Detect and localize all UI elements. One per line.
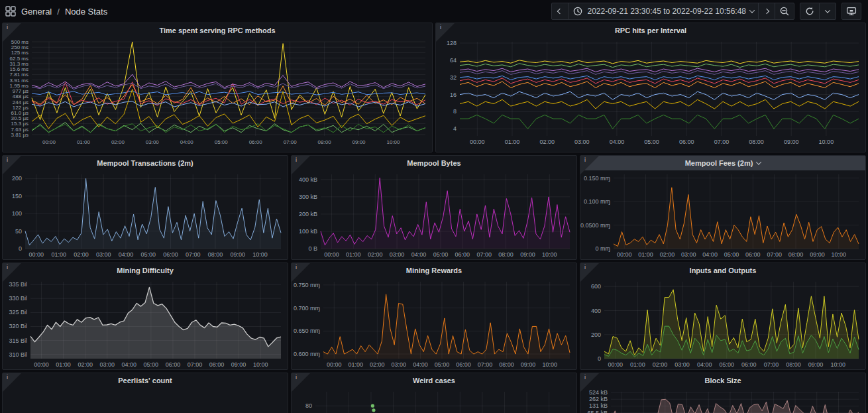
svg-text:02:00: 02:00 bbox=[539, 139, 555, 145]
panel-title[interactable]: Time spent serving RPC methods bbox=[3, 23, 432, 38]
svg-text:250 ms: 250 ms bbox=[11, 44, 28, 50]
chart-canvas[interactable]: 00:0001:0002:0003:0004:0005:0006:0007:00… bbox=[580, 388, 865, 413]
chart-canvas[interactable]: 00:0001:0002:0003:0004:0005:0006:0007:00… bbox=[3, 38, 432, 147]
panel-title[interactable]: Inputs and Outputs bbox=[580, 263, 865, 278]
legend-series-label: get_last_block_header bbox=[168, 150, 225, 152]
panel-info-icon[interactable]: i bbox=[580, 156, 599, 174]
chart-canvas[interactable]: 00:0001:0002:0003:0004:0005:0006:0007:00… bbox=[580, 170, 865, 259]
panel-title[interactable]: Weird cases bbox=[292, 373, 576, 388]
zoom-out-time-button[interactable] bbox=[775, 3, 794, 20]
legend-item[interactable]: get_block bbox=[456, 150, 490, 152]
legend-item[interactable]: get_connections bbox=[63, 150, 115, 152]
panel-info-icon[interactable]: i bbox=[580, 373, 599, 392]
chart-plot-area[interactable]: 00:0001:0002:0003:0004:0005:0006:0007:00… bbox=[436, 38, 865, 149]
chart-canvas[interactable]: 00:0001:0002:0003:0004:0005:0006:0007:00… bbox=[292, 170, 576, 259]
panel-title[interactable]: Block Size bbox=[580, 373, 865, 388]
breadcrumb-page[interactable]: Node Stats bbox=[65, 7, 107, 17]
panel-info-icon[interactable]: i bbox=[292, 263, 310, 282]
panel-title[interactable]: Mempool Transactions (2m) bbox=[3, 156, 288, 170]
svg-text:06:00: 06:00 bbox=[679, 139, 694, 145]
legend-item[interactable]: get_transaction_pool bbox=[330, 150, 393, 152]
svg-text:06:00: 06:00 bbox=[249, 139, 263, 145]
panel-weird-cases: i Weird cases 00:0001:0002:0003:0004:000… bbox=[291, 373, 577, 413]
legend-series-label: get_block bbox=[466, 150, 490, 152]
chart-canvas[interactable]: 00:0001:0002:0003:0004:0005:0006:0007:00… bbox=[436, 38, 865, 147]
svg-text:400 kB: 400 kB bbox=[299, 176, 317, 183]
chart-canvas[interactable]: 00:0001:0002:0003:0004:0005:0006:0007:00… bbox=[292, 278, 576, 369]
svg-text:09:00: 09:00 bbox=[808, 361, 824, 368]
svg-text:131 kB: 131 kB bbox=[589, 402, 608, 409]
panel-title[interactable]: Mempool Bytes bbox=[292, 156, 576, 170]
legend-item[interactable]: get_info bbox=[554, 150, 584, 152]
panel-info-icon[interactable]: i bbox=[292, 373, 310, 392]
chart-plot-area[interactable] bbox=[3, 388, 288, 413]
svg-text:125 ms: 125 ms bbox=[11, 50, 28, 56]
chart-canvas[interactable]: 00:0001:0002:0003:0004:0005:0006:0007:00… bbox=[580, 278, 865, 369]
svg-text:200: 200 bbox=[591, 331, 601, 338]
panel-title[interactable]: RPC hits per Interval bbox=[436, 23, 865, 38]
chevron-right-icon bbox=[764, 9, 769, 14]
svg-text:315 Bil: 315 Bil bbox=[9, 337, 27, 344]
legend-item[interactable]: get_peer_list bbox=[281, 150, 324, 152]
legend-item[interactable]: get_info bbox=[121, 150, 151, 152]
chart-plot-area[interactable]: 00:0001:0002:0003:0004:0005:0006:0007:00… bbox=[580, 278, 865, 370]
svg-text:04:00: 04:00 bbox=[119, 251, 134, 258]
time-shift-forward-button[interactable] bbox=[758, 3, 775, 20]
legend-item[interactable]: get_transaction_pool bbox=[763, 150, 826, 152]
legend-item[interactable]: get_peer_list bbox=[714, 150, 757, 152]
svg-text:08:00: 08:00 bbox=[749, 139, 764, 145]
chart-canvas[interactable]: 00:0001:0002:0003:0004:0005:0006:0007:00… bbox=[3, 170, 288, 259]
panel-info-icon[interactable]: i bbox=[3, 263, 21, 282]
breadcrumb: General / Node Stats bbox=[5, 6, 107, 17]
panel-title[interactable]: Mining Rewards bbox=[292, 263, 576, 278]
time-range-picker-button[interactable]: 2022-09-21 23:30:45 to 2022-09-22 10:56:… bbox=[568, 3, 759, 20]
svg-text:04:00: 04:00 bbox=[411, 251, 427, 258]
panel-info-icon[interactable]: i bbox=[3, 23, 21, 42]
panel-info-icon[interactable]: i bbox=[3, 156, 21, 174]
svg-text:04:00: 04:00 bbox=[697, 361, 712, 368]
chart-canvas[interactable]: 00:0001:0002:0003:0004:0005:0006:0007:00… bbox=[3, 278, 288, 369]
panel-title[interactable]: Mining Difficulty bbox=[3, 263, 288, 278]
legend-item[interactable]: get_connections bbox=[496, 150, 548, 152]
chart-canvas[interactable]: 00:0001:0002:0003:0004:0005:0006:0007:00… bbox=[292, 388, 576, 413]
svg-text:10:00: 10:00 bbox=[542, 251, 557, 258]
panel-title-menu[interactable]: Mempool Fees (2m) bbox=[580, 156, 865, 170]
refresh-button[interactable] bbox=[800, 3, 820, 20]
svg-text:325 Bil: 325 Bil bbox=[9, 309, 27, 316]
breadcrumb-section[interactable]: General bbox=[21, 7, 52, 17]
panel-mempool-transactions: i Mempool Transactions (2m) 00:0001:0002… bbox=[2, 155, 288, 260]
svg-text:07:00: 07:00 bbox=[188, 361, 203, 368]
panel-info-icon[interactable]: i bbox=[3, 373, 21, 392]
chart-plot-area[interactable]: 00:0001:0002:0003:0004:0005:0006:0007:00… bbox=[580, 170, 865, 260]
svg-text:3.81 µs: 3.81 µs bbox=[11, 132, 28, 138]
legend-item[interactable]: get_net_stats bbox=[231, 150, 275, 152]
kiosk-mode-button[interactable] bbox=[841, 3, 861, 20]
svg-text:04:00: 04:00 bbox=[122, 361, 137, 368]
svg-text:32: 32 bbox=[450, 74, 457, 81]
svg-text:08:00: 08:00 bbox=[318, 139, 332, 145]
chart-plot-area[interactable]: 00:0001:0002:0003:0004:0005:0006:0007:00… bbox=[3, 170, 288, 260]
svg-text:07:00: 07:00 bbox=[478, 361, 493, 368]
panel-info-icon[interactable]: i bbox=[292, 156, 310, 174]
chart-plot-area[interactable]: 00:0001:0002:0003:0004:0005:0006:0007:00… bbox=[3, 278, 288, 370]
chart-plot-area[interactable]: 00:0001:0002:0003:0004:0005:0006:0007:00… bbox=[292, 388, 576, 413]
chart-plot-area[interactable]: 00:0001:0002:0003:0004:0005:0006:0007:00… bbox=[580, 388, 865, 413]
chart-plot-area[interactable]: 00:0001:0002:0003:0004:0005:0006:0007:00… bbox=[3, 38, 432, 149]
panel-info-icon[interactable]: i bbox=[436, 23, 455, 42]
time-shift-back-button[interactable] bbox=[551, 3, 569, 20]
svg-text:09:00: 09:00 bbox=[353, 139, 366, 145]
svg-text:31.3 ms: 31.3 ms bbox=[10, 61, 28, 67]
svg-text:06:00: 06:00 bbox=[456, 361, 471, 368]
panel-info-icon[interactable]: i bbox=[580, 263, 599, 282]
legend-item[interactable]: get_block bbox=[23, 150, 57, 152]
legend-item[interactable]: get_last_block_header bbox=[591, 150, 659, 152]
chart-plot-area[interactable]: 00:0001:0002:0003:0004:0005:0006:0007:00… bbox=[292, 170, 576, 260]
panel-rpc-hits: i RPC hits per Interval 00:0001:0002:000… bbox=[435, 23, 866, 152]
chart-plot-area[interactable]: 00:0001:0002:0003:0004:0005:0006:0007:00… bbox=[292, 278, 576, 370]
panel-title[interactable]: Peerlists' count bbox=[3, 373, 288, 388]
dashboard-grid-icon[interactable] bbox=[5, 6, 16, 17]
legend-item[interactable]: get_net_stats bbox=[664, 150, 708, 152]
legend-item[interactable]: get_last_block_header bbox=[158, 150, 225, 152]
refresh-interval-dropdown[interactable] bbox=[819, 3, 836, 20]
panel-mempool-bytes: i Mempool Bytes 00:0001:0002:0003:0004:0… bbox=[291, 155, 577, 260]
